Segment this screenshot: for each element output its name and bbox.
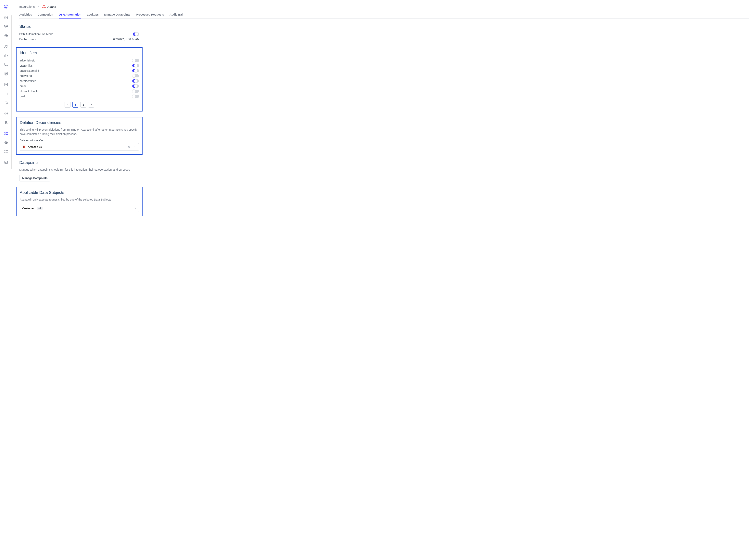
subjects-selected-chip: Customer xyxy=(22,207,35,210)
identifier-toggle[interactable] xyxy=(132,59,139,62)
database-icon[interactable] xyxy=(4,63,8,67)
chevron-right-icon xyxy=(37,6,39,8)
nav-divider xyxy=(3,79,9,79)
identifier-row: coreIdentifier xyxy=(20,79,139,83)
pager: 12 xyxy=(20,102,139,108)
amazon-s3-icon xyxy=(22,145,26,149)
svg-rect-13 xyxy=(5,132,6,133)
deletion-field-label: Deletion will run after xyxy=(20,139,139,142)
list-icon[interactable] xyxy=(4,120,8,125)
identifier-label: coreIdentifier xyxy=(20,80,36,82)
identifiers-title: Identifiers xyxy=(20,50,139,55)
pager-prev[interactable] xyxy=(65,102,71,108)
nav-divider xyxy=(3,157,9,157)
enabled-since-label: Enabled since xyxy=(19,38,37,41)
subjects-desc: Asana will only execute requests filed b… xyxy=(20,197,139,202)
pager-page[interactable]: 1 xyxy=(72,102,78,108)
deletion-selected-chip: Amazon S3 xyxy=(28,145,42,148)
svg-point-10 xyxy=(5,84,7,85)
svg-rect-19 xyxy=(5,152,6,153)
tab-activities[interactable]: Activities xyxy=(19,13,32,19)
cube-icon[interactable] xyxy=(4,15,8,20)
datapoints-desc: Manage which datapoints should run for t… xyxy=(19,168,139,172)
datapoints-section: Datapoints Manage which datapoints shoul… xyxy=(19,160,139,182)
svg-rect-21 xyxy=(5,161,8,164)
identifier-row: browserId xyxy=(20,73,139,79)
tab-manage-datapoints[interactable]: Manage Datapoints xyxy=(104,13,130,19)
grid-plus-icon[interactable] xyxy=(4,149,8,154)
identifier-toggle[interactable] xyxy=(132,90,139,93)
app-logo xyxy=(3,4,9,10)
identifier-toggle[interactable] xyxy=(132,80,139,82)
file-check-icon[interactable] xyxy=(4,100,8,105)
identifier-label: email xyxy=(20,84,26,88)
identifier-label: browserId xyxy=(20,74,32,78)
identifier-toggle[interactable] xyxy=(132,69,139,72)
chevron-down-icon[interactable] xyxy=(134,207,136,210)
identifier-toggle[interactable] xyxy=(132,95,139,98)
integrations-icon[interactable] xyxy=(4,131,8,135)
datapoints-title: Datapoints xyxy=(19,160,139,165)
thumb-icon[interactable] xyxy=(4,53,8,58)
identifier-row: email xyxy=(20,83,139,89)
status-title: Status xyxy=(19,24,139,29)
identifier-label: advertisingId xyxy=(20,59,35,62)
identifier-row: gaid xyxy=(20,94,139,99)
live-mode-label: DSR Automation Live Mode xyxy=(19,32,53,36)
tab-lookups[interactable]: Lookups xyxy=(87,13,99,19)
tabs: ActivitiesConnectionDSR AutomationLookup… xyxy=(19,13,749,19)
clear-icon[interactable]: ✕ xyxy=(127,145,130,149)
identifiers-section: Identifiers advertisingIdbrazeAliasbraze… xyxy=(16,47,143,112)
enabled-since-value: 6/2/2022, 1:56:24 AM xyxy=(113,38,139,41)
chevron-down-icon[interactable] xyxy=(134,146,136,148)
tab-processed-requests[interactable]: Processed Requests xyxy=(136,13,164,19)
cubes-icon[interactable] xyxy=(4,25,8,29)
identifier-toggle[interactable] xyxy=(132,64,139,67)
sidebar-scroll xyxy=(11,15,12,169)
deletion-deps-section: Deletion Dependencies This setting will … xyxy=(16,117,143,155)
subjects-select[interactable]: Customer +2 xyxy=(20,205,139,212)
deletion-deps-desc: This setting will prevent deletions from… xyxy=(20,128,139,136)
breadcrumb-root[interactable]: Integrations xyxy=(19,5,35,8)
deletion-select[interactable]: Amazon S3 ✕ xyxy=(20,143,139,151)
tab-audit-trail[interactable]: Audit Trail xyxy=(169,13,183,19)
pager-page[interactable]: 2 xyxy=(80,102,86,108)
svg-rect-18 xyxy=(5,150,6,151)
deletion-deps-title: Deletion Dependencies xyxy=(20,120,139,125)
svg-point-16 xyxy=(6,134,8,135)
status-section: Status DSR Automation Live Mode Enabled … xyxy=(19,24,139,42)
nav-divider xyxy=(3,128,9,128)
svg-rect-20 xyxy=(6,150,8,151)
asana-logo-icon xyxy=(42,5,46,8)
subjects-extra-badge: +2 xyxy=(37,207,43,210)
file-arrow-icon[interactable] xyxy=(4,91,8,96)
eye-off-icon[interactable] xyxy=(4,140,8,144)
identifier-toggle[interactable] xyxy=(132,74,139,78)
manage-datapoints-button[interactable]: Manage Datapoints xyxy=(19,175,50,182)
identifier-label: brazeExternalId xyxy=(20,69,39,72)
pager-next[interactable] xyxy=(88,102,94,108)
compass-icon[interactable] xyxy=(4,111,8,116)
identifier-label: gaid xyxy=(20,95,25,98)
svg-point-5 xyxy=(5,63,7,64)
search-icon[interactable] xyxy=(4,82,8,87)
identifier-label: filestackHandle xyxy=(20,90,38,93)
main-content: Integrations Asana ActivitiesConnectionD… xyxy=(12,0,756,538)
subjects-title: Applicable Data Subjects xyxy=(20,190,139,195)
identifier-toggle[interactable] xyxy=(132,84,139,88)
live-mode-toggle[interactable] xyxy=(133,32,139,36)
identifier-row: filestackHandle xyxy=(20,89,139,94)
subjects-section: Applicable Data Subjects Asana will only… xyxy=(16,187,143,216)
terminal-icon[interactable] xyxy=(4,160,8,165)
tab-connection[interactable]: Connection xyxy=(37,13,53,19)
svg-point-8 xyxy=(6,73,7,74)
svg-point-0 xyxy=(4,5,8,9)
users-icon[interactable] xyxy=(4,44,8,49)
profile-icon[interactable] xyxy=(4,72,8,76)
tab-dsr-automation[interactable]: DSR Automation xyxy=(59,13,81,19)
svg-point-4 xyxy=(7,45,7,46)
breadcrumb: Integrations Asana xyxy=(19,5,749,8)
sidebar xyxy=(0,0,12,538)
globe-icon[interactable] xyxy=(4,33,8,38)
identifier-row: brazeExternalId xyxy=(20,68,139,73)
